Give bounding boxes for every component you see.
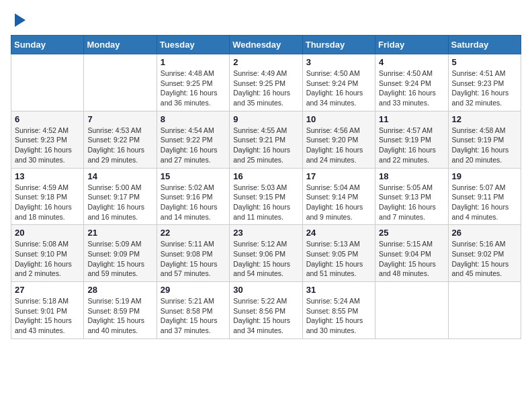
calendar-cell: 17Sunrise: 5:04 AM Sunset: 9:14 PM Dayli… — [302, 168, 375, 225]
day-info: Sunrise: 5:22 AM Sunset: 8:56 PM Dayligh… — [233, 296, 298, 336]
day-info: Sunrise: 5:18 AM Sunset: 9:01 PM Dayligh… — [15, 296, 80, 336]
calendar-week-2: 6Sunrise: 4:52 AM Sunset: 9:23 PM Daylig… — [11, 111, 521, 168]
day-info: Sunrise: 4:55 AM Sunset: 9:21 PM Dayligh… — [233, 126, 298, 165]
day-number: 2 — [233, 57, 298, 67]
weekday-header-row: SundayMondayTuesdayWednesdayThursdayFrid… — [11, 36, 521, 54]
day-info: Sunrise: 4:56 AM Sunset: 9:20 PM Dayligh… — [306, 126, 371, 165]
day-info: Sunrise: 5:15 AM Sunset: 9:04 PM Dayligh… — [379, 239, 444, 279]
calendar-cell: 15Sunrise: 5:02 AM Sunset: 9:16 PM Dayli… — [157, 168, 229, 225]
day-info: Sunrise: 4:59 AM Sunset: 9:18 PM Dayligh… — [15, 183, 80, 222]
day-info: Sunrise: 4:50 AM Sunset: 9:24 PM Dayligh… — [379, 68, 444, 108]
day-number: 31 — [306, 285, 371, 295]
weekday-header-thursday: Thursday — [302, 36, 375, 54]
calendar-cell: 22Sunrise: 5:11 AM Sunset: 9:08 PM Dayli… — [157, 225, 229, 282]
weekday-header-saturday: Saturday — [448, 36, 521, 54]
calendar-cell: 2Sunrise: 4:49 AM Sunset: 9:25 PM Daylig… — [230, 54, 302, 111]
day-number: 28 — [87, 285, 152, 295]
calendar-cell — [11, 54, 84, 111]
day-number: 29 — [161, 285, 226, 295]
calendar-cell: 10Sunrise: 4:56 AM Sunset: 9:20 PM Dayli… — [302, 111, 375, 168]
day-info: Sunrise: 4:53 AM Sunset: 9:22 PM Dayligh… — [87, 126, 152, 165]
day-number: 12 — [452, 114, 517, 124]
calendar-cell: 31Sunrise: 5:24 AM Sunset: 8:55 PM Dayli… — [302, 282, 375, 339]
calendar-cell: 16Sunrise: 5:03 AM Sunset: 9:15 PM Dayli… — [230, 168, 302, 225]
day-info: Sunrise: 5:04 AM Sunset: 9:14 PM Dayligh… — [306, 183, 371, 222]
calendar-cell: 13Sunrise: 4:59 AM Sunset: 9:18 PM Dayli… — [11, 168, 84, 225]
day-number: 10 — [306, 114, 371, 124]
day-number: 7 — [87, 114, 152, 124]
day-info: Sunrise: 5:07 AM Sunset: 9:11 PM Dayligh… — [452, 183, 517, 222]
day-info: Sunrise: 5:24 AM Sunset: 8:55 PM Dayligh… — [306, 296, 371, 336]
day-number: 24 — [306, 228, 371, 238]
calendar-cell: 25Sunrise: 5:15 AM Sunset: 9:04 PM Dayli… — [375, 225, 448, 282]
calendar-cell: 9Sunrise: 4:55 AM Sunset: 9:21 PM Daylig… — [230, 111, 302, 168]
weekday-header-tuesday: Tuesday — [157, 36, 229, 54]
logo — [11, 11, 30, 30]
calendar-cell: 12Sunrise: 4:58 AM Sunset: 9:19 PM Dayli… — [448, 111, 521, 168]
calendar-week-3: 13Sunrise: 4:59 AM Sunset: 9:18 PM Dayli… — [11, 168, 521, 225]
calendar-week-4: 20Sunrise: 5:08 AM Sunset: 9:10 PM Dayli… — [11, 225, 521, 282]
day-number: 15 — [161, 171, 226, 181]
day-number: 23 — [233, 228, 298, 238]
calendar-cell — [375, 282, 448, 339]
day-info: Sunrise: 5:16 AM Sunset: 9:02 PM Dayligh… — [452, 239, 517, 279]
calendar-cell: 11Sunrise: 4:57 AM Sunset: 9:19 PM Dayli… — [375, 111, 448, 168]
day-info: Sunrise: 5:08 AM Sunset: 9:10 PM Dayligh… — [15, 239, 80, 279]
day-number: 22 — [161, 228, 226, 238]
day-info: Sunrise: 5:09 AM Sunset: 9:09 PM Dayligh… — [87, 239, 152, 279]
day-info: Sunrise: 5:12 AM Sunset: 9:06 PM Dayligh… — [233, 239, 298, 279]
day-number: 4 — [379, 57, 444, 67]
day-info: Sunrise: 5:02 AM Sunset: 9:16 PM Dayligh… — [161, 183, 226, 222]
calendar-cell: 7Sunrise: 4:53 AM Sunset: 9:22 PM Daylig… — [84, 111, 157, 168]
calendar-cell: 21Sunrise: 5:09 AM Sunset: 9:09 PM Dayli… — [84, 225, 157, 282]
day-info: Sunrise: 4:52 AM Sunset: 9:23 PM Dayligh… — [15, 126, 80, 165]
calendar-cell: 24Sunrise: 5:13 AM Sunset: 9:05 PM Dayli… — [302, 225, 375, 282]
day-info: Sunrise: 5:00 AM Sunset: 9:17 PM Dayligh… — [87, 183, 152, 222]
calendar-cell: 4Sunrise: 4:50 AM Sunset: 9:24 PM Daylig… — [375, 54, 448, 111]
calendar-cell: 14Sunrise: 5:00 AM Sunset: 9:17 PM Dayli… — [84, 168, 157, 225]
day-info: Sunrise: 5:03 AM Sunset: 9:15 PM Dayligh… — [233, 183, 298, 222]
calendar-cell: 5Sunrise: 4:51 AM Sunset: 9:23 PM Daylig… — [448, 54, 521, 111]
day-info: Sunrise: 4:58 AM Sunset: 9:19 PM Dayligh… — [452, 126, 517, 165]
calendar-cell — [448, 282, 521, 339]
day-number: 13 — [15, 171, 80, 181]
day-number: 3 — [306, 57, 371, 67]
day-number: 9 — [233, 114, 298, 124]
calendar-cell: 20Sunrise: 5:08 AM Sunset: 9:10 PM Dayli… — [11, 225, 84, 282]
calendar-cell: 8Sunrise: 4:54 AM Sunset: 9:22 PM Daylig… — [157, 111, 229, 168]
calendar-cell: 27Sunrise: 5:18 AM Sunset: 9:01 PM Dayli… — [11, 282, 84, 339]
calendar-cell: 3Sunrise: 4:50 AM Sunset: 9:24 PM Daylig… — [302, 54, 375, 111]
day-number: 8 — [161, 114, 226, 124]
page-header — [11, 11, 521, 30]
day-number: 27 — [15, 285, 80, 295]
day-number: 14 — [87, 171, 152, 181]
day-info: Sunrise: 5:13 AM Sunset: 9:05 PM Dayligh… — [306, 239, 371, 279]
calendar-cell: 28Sunrise: 5:19 AM Sunset: 8:59 PM Dayli… — [84, 282, 157, 339]
day-number: 17 — [306, 171, 371, 181]
day-info: Sunrise: 5:11 AM Sunset: 9:08 PM Dayligh… — [161, 239, 226, 279]
day-number: 19 — [452, 171, 517, 181]
day-info: Sunrise: 5:19 AM Sunset: 8:59 PM Dayligh… — [87, 296, 152, 336]
day-info: Sunrise: 4:48 AM Sunset: 9:25 PM Dayligh… — [161, 68, 226, 108]
calendar-cell: 1Sunrise: 4:48 AM Sunset: 9:25 PM Daylig… — [157, 54, 229, 111]
day-number: 25 — [379, 228, 444, 238]
calendar-cell: 6Sunrise: 4:52 AM Sunset: 9:23 PM Daylig… — [11, 111, 84, 168]
day-number: 5 — [452, 57, 517, 67]
calendar-cell: 18Sunrise: 5:05 AM Sunset: 9:13 PM Dayli… — [375, 168, 448, 225]
day-number: 18 — [379, 171, 444, 181]
day-info: Sunrise: 4:57 AM Sunset: 9:19 PM Dayligh… — [379, 126, 444, 165]
calendar-week-5: 27Sunrise: 5:18 AM Sunset: 9:01 PM Dayli… — [11, 282, 521, 339]
day-number: 20 — [15, 228, 80, 238]
calendar: SundayMondayTuesdayWednesdayThursdayFrid… — [11, 35, 521, 339]
day-info: Sunrise: 4:54 AM Sunset: 9:22 PM Dayligh… — [161, 126, 226, 165]
weekday-header-wednesday: Wednesday — [230, 36, 302, 54]
day-info: Sunrise: 5:05 AM Sunset: 9:13 PM Dayligh… — [379, 183, 444, 222]
calendar-cell — [84, 54, 157, 111]
day-number: 26 — [452, 228, 517, 238]
day-info: Sunrise: 5:21 AM Sunset: 8:58 PM Dayligh… — [161, 296, 226, 336]
day-info: Sunrise: 4:49 AM Sunset: 9:25 PM Dayligh… — [233, 68, 298, 108]
day-number: 16 — [233, 171, 298, 181]
calendar-cell: 19Sunrise: 5:07 AM Sunset: 9:11 PM Dayli… — [448, 168, 521, 225]
calendar-cell: 29Sunrise: 5:21 AM Sunset: 8:58 PM Dayli… — [157, 282, 229, 339]
weekday-header-friday: Friday — [375, 36, 448, 54]
